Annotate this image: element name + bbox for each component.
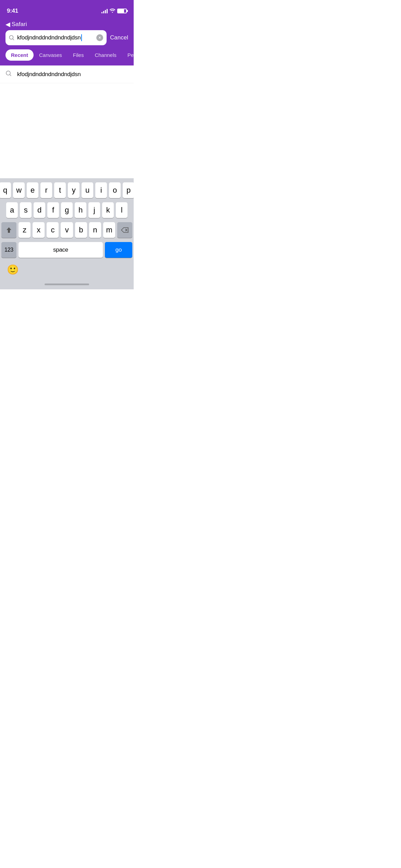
key-f[interactable]: f [47, 202, 59, 218]
tab-people[interactable]: People [122, 49, 134, 61]
numbers-key[interactable]: 123 [1, 242, 16, 258]
space-key[interactable]: space [19, 242, 103, 258]
search-input[interactable]: kfodjndnddndndndndjdsn [17, 34, 94, 41]
key-p[interactable]: p [123, 182, 134, 198]
key-q[interactable]: q [0, 182, 11, 198]
key-y[interactable]: y [68, 182, 80, 198]
key-x[interactable]: x [33, 222, 45, 238]
emoji-row: 🙂 [1, 261, 132, 282]
search-icon [9, 35, 14, 40]
key-m[interactable]: m [103, 222, 115, 238]
key-d[interactable]: d [34, 202, 45, 218]
battery-icon [117, 9, 127, 13]
go-key[interactable]: go [105, 242, 132, 258]
tabs-row: Recent Canvases Files Channels People [0, 49, 134, 65]
key-t[interactable]: t [54, 182, 66, 198]
svg-line-3 [10, 75, 11, 76]
suggestion-row[interactable]: kfodjndnddndndndndjdsn [0, 65, 134, 83]
shift-key[interactable] [1, 222, 16, 238]
tab-canvases[interactable]: Canvases [34, 49, 68, 61]
signal-icon [101, 9, 108, 13]
keyboard-row-1: q w e r t y u i o p [1, 182, 132, 198]
back-arrow-icon: ◀ [5, 21, 10, 28]
key-s[interactable]: s [20, 202, 32, 218]
keyboard: q w e r t y u i o p a s d f g h j k l z … [0, 178, 134, 289]
svg-line-1 [13, 39, 14, 40]
home-indicator [45, 284, 89, 285]
key-j[interactable]: j [88, 202, 100, 218]
key-w[interactable]: w [13, 182, 25, 198]
key-b[interactable]: b [75, 222, 87, 238]
key-n[interactable]: n [89, 222, 101, 238]
key-v[interactable]: v [61, 222, 73, 238]
key-i[interactable]: i [95, 182, 107, 198]
key-h[interactable]: h [75, 202, 86, 218]
keyboard-row-2: a s d f g h j k l [1, 202, 132, 218]
tab-recent[interactable]: Recent [5, 49, 34, 61]
wifi-icon [110, 8, 115, 14]
back-label: Safari [12, 21, 27, 28]
search-bar[interactable]: kfodjndnddndndndndjdsn × [5, 30, 107, 45]
backspace-key[interactable] [117, 222, 132, 238]
key-k[interactable]: k [102, 202, 114, 218]
results-area: kfodjndnddndndndndjdsn [0, 65, 134, 83]
key-e[interactable]: e [27, 182, 38, 198]
status-icons [101, 8, 127, 14]
status-time: 9:41 [7, 8, 18, 14]
emoji-button[interactable]: 🙂 [7, 264, 19, 275]
key-z[interactable]: z [19, 222, 31, 238]
suggestion-text: kfodjndnddndndndndjdsn [17, 71, 81, 78]
key-c[interactable]: c [47, 222, 59, 238]
key-r[interactable]: r [40, 182, 52, 198]
clear-button[interactable]: × [96, 34, 103, 41]
svg-point-0 [10, 36, 13, 39]
key-o[interactable]: o [109, 182, 121, 198]
keyboard-bottom-row: 123 space go [1, 242, 132, 258]
key-u[interactable]: u [82, 182, 93, 198]
back-button[interactable]: ◀ Safari [5, 21, 128, 30]
status-bar: 9:41 [0, 0, 134, 17]
key-l[interactable]: l [116, 202, 127, 218]
tab-files[interactable]: Files [68, 49, 89, 61]
search-row: kfodjndnddndndndndjdsn × Cancel [5, 30, 128, 45]
suggestion-search-icon [5, 70, 12, 78]
tab-channels[interactable]: Channels [89, 49, 122, 61]
cancel-button[interactable]: Cancel [110, 34, 128, 41]
key-a[interactable]: a [6, 202, 18, 218]
keyboard-row-3: z x c v b n m [1, 222, 132, 238]
header: ◀ Safari kfodjndnddndndndndjdsn × Cancel [0, 17, 134, 49]
key-g[interactable]: g [61, 202, 73, 218]
